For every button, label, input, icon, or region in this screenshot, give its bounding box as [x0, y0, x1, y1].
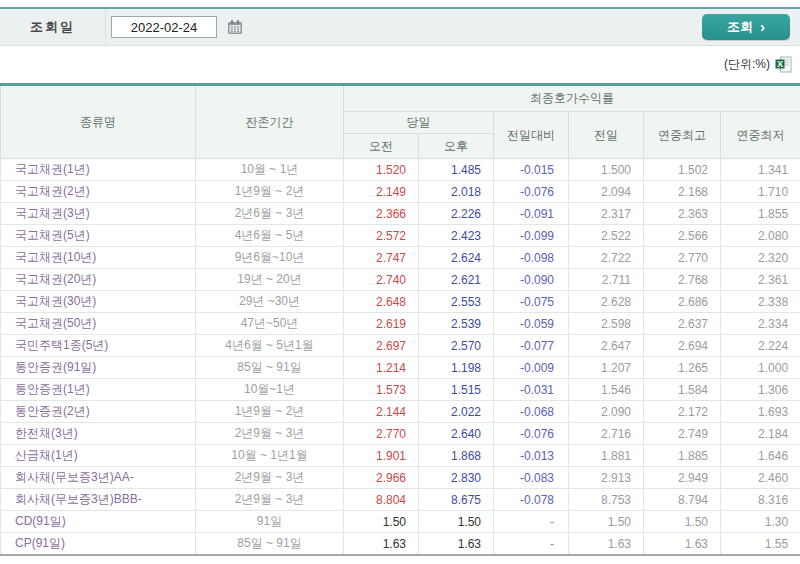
table-row: 회사채(무보증3년)BBB-2년9월 ~ 3년8.8048.675-0.0788… — [1, 489, 800, 511]
table-row: 국고채권(30년)29년 ~30년2.6482.553-0.0752.6282.… — [1, 291, 800, 313]
period-cell: 10월 ~ 1년1월 — [196, 445, 344, 467]
svg-text:X: X — [777, 59, 783, 69]
morning-yield-cell: 1.520 — [344, 159, 419, 181]
calendar-icon[interactable] — [227, 19, 243, 35]
header-year-low: 연중최저 — [721, 112, 800, 159]
year-high-cell: 1.885 — [644, 445, 721, 467]
period-cell: 10월~1년 — [196, 379, 344, 401]
previous-day-cell: 2.716 — [569, 423, 644, 445]
afternoon-yield-cell: 8.675 — [419, 489, 494, 511]
year-high-cell: 2.172 — [644, 401, 721, 423]
year-high-cell: 2.949 — [644, 467, 721, 489]
excel-download-icon[interactable]: X — [775, 56, 792, 73]
morning-yield-cell: 2.740 — [344, 269, 419, 291]
year-high-cell: 1.63 — [644, 533, 721, 556]
previous-day-cell: 1.63 — [569, 533, 644, 556]
previous-day-cell: 1.207 — [569, 357, 644, 379]
table-row: 통안증권(2년)1년9월 ~ 2년2.1442.022-0.0682.0902.… — [1, 401, 800, 423]
diff-cell: -0.090 — [494, 269, 569, 291]
bond-name-cell: 한전채(3년) — [1, 423, 196, 445]
year-high-cell: 2.168 — [644, 181, 721, 203]
afternoon-yield-cell: 2.539 — [419, 313, 494, 335]
table-row: CD(91일)91일1.501.50-1.501.501.30 — [1, 511, 800, 533]
previous-day-cell: 2.598 — [569, 313, 644, 335]
header-previous-day: 전일 — [569, 112, 644, 159]
diff-cell: -0.009 — [494, 357, 569, 379]
previous-day-cell: 2.913 — [569, 467, 644, 489]
header-morning: 오전 — [344, 134, 419, 159]
previous-day-cell: 2.711 — [569, 269, 644, 291]
previous-day-cell: 2.090 — [569, 401, 644, 423]
year-low-cell: 1.693 — [721, 401, 800, 423]
morning-yield-cell: 2.366 — [344, 203, 419, 225]
afternoon-yield-cell: 1.485 — [419, 159, 494, 181]
table-row: 통안증권(91일)85일 ~ 91일1.2141.198-0.0091.2071… — [1, 357, 800, 379]
bond-name-cell: 산금채(1년) — [1, 445, 196, 467]
morning-yield-cell: 2.966 — [344, 467, 419, 489]
morning-yield-cell: 2.149 — [344, 181, 419, 203]
afternoon-yield-cell: 2.570 — [419, 335, 494, 357]
year-low-cell: 2.224 — [721, 335, 800, 357]
previous-day-cell: 1.50 — [569, 511, 644, 533]
bond-name-cell: 국고채권(50년) — [1, 313, 196, 335]
yield-table-body: 국고채권(1년)10월 ~ 1년1.5201.485-0.0151.5001.5… — [1, 159, 800, 556]
table-row: 한전채(3년)2년9월 ~ 3년2.7702.640-0.0762.7162.7… — [1, 423, 800, 445]
year-low-cell: 2.460 — [721, 467, 800, 489]
period-cell: 2년9월 ~ 3년 — [196, 489, 344, 511]
bond-name-cell: 통안증권(2년) — [1, 401, 196, 423]
afternoon-yield-cell: 2.621 — [419, 269, 494, 291]
previous-day-cell: 1.500 — [569, 159, 644, 181]
year-high-cell: 2.637 — [644, 313, 721, 335]
period-cell: 10월 ~ 1년 — [196, 159, 344, 181]
bond-name-cell: 통안증권(1년) — [1, 379, 196, 401]
bond-name-cell: 국고채권(3년) — [1, 203, 196, 225]
year-low-cell: 1.306 — [721, 379, 800, 401]
bond-name-cell: 국고채권(2년) — [1, 181, 196, 203]
table-row: 국고채권(3년)2년6월 ~ 3년2.3662.226-0.0912.3172.… — [1, 203, 800, 225]
year-low-cell: 2.320 — [721, 247, 800, 269]
diff-cell: -0.015 — [494, 159, 569, 181]
previous-day-cell: 8.753 — [569, 489, 644, 511]
diff-cell: -0.076 — [494, 423, 569, 445]
date-input[interactable] — [111, 16, 217, 38]
morning-yield-cell: 1.214 — [344, 357, 419, 379]
year-high-cell: 2.749 — [644, 423, 721, 445]
afternoon-yield-cell: 2.624 — [419, 247, 494, 269]
year-high-cell: 2.363 — [644, 203, 721, 225]
period-cell: 47년~50년 — [196, 313, 344, 335]
afternoon-yield-cell: 1.63 — [419, 533, 494, 556]
bond-name-cell: CD(91일) — [1, 511, 196, 533]
afternoon-yield-cell: 2.022 — [419, 401, 494, 423]
header-year-high: 연중최고 — [644, 112, 721, 159]
table-row: 국고채권(5년)4년6월 ~ 5년2.5722.423-0.0992.5222.… — [1, 225, 800, 247]
previous-day-cell: 2.647 — [569, 335, 644, 357]
year-low-cell: 1.646 — [721, 445, 800, 467]
diff-cell: -0.077 — [494, 335, 569, 357]
previous-day-cell: 2.522 — [569, 225, 644, 247]
period-cell: 1년9월 ~ 2년 — [196, 401, 344, 423]
year-low-cell: 1.000 — [721, 357, 800, 379]
year-low-cell: 2.080 — [721, 225, 800, 247]
header-final-yield-group: 최종호가수익률 — [344, 85, 800, 112]
year-high-cell: 1.50 — [644, 511, 721, 533]
morning-yield-cell: 2.648 — [344, 291, 419, 313]
header-today: 당일 — [344, 112, 494, 134]
period-cell: 4년6월 ~ 5년 — [196, 225, 344, 247]
afternoon-yield-cell: 2.640 — [419, 423, 494, 445]
diff-cell: -0.076 — [494, 181, 569, 203]
chevron-right-icon: › — [760, 21, 765, 33]
afternoon-yield-cell: 2.226 — [419, 203, 494, 225]
year-low-cell: 1.55 — [721, 533, 800, 556]
bond-name-cell: 국민주택1종(5년) — [1, 335, 196, 357]
period-cell: 2년9월 ~ 3년 — [196, 467, 344, 489]
table-row: CP(91일)85일 ~ 91일1.631.63-1.631.631.55 — [1, 533, 800, 556]
bond-name-cell: 회사채(무보증3년)AA- — [1, 467, 196, 489]
diff-cell: - — [494, 533, 569, 556]
bond-name-cell: 회사채(무보증3년)BBB- — [1, 489, 196, 511]
morning-yield-cell: 1.63 — [344, 533, 419, 556]
year-high-cell: 1.584 — [644, 379, 721, 401]
diff-cell: -0.075 — [494, 291, 569, 313]
table-row: 회사채(무보증3년)AA-2년9월 ~ 3년2.9662.830-0.0832.… — [1, 467, 800, 489]
search-button[interactable]: 조회 › — [702, 14, 790, 40]
header-afternoon: 오후 — [419, 134, 494, 159]
